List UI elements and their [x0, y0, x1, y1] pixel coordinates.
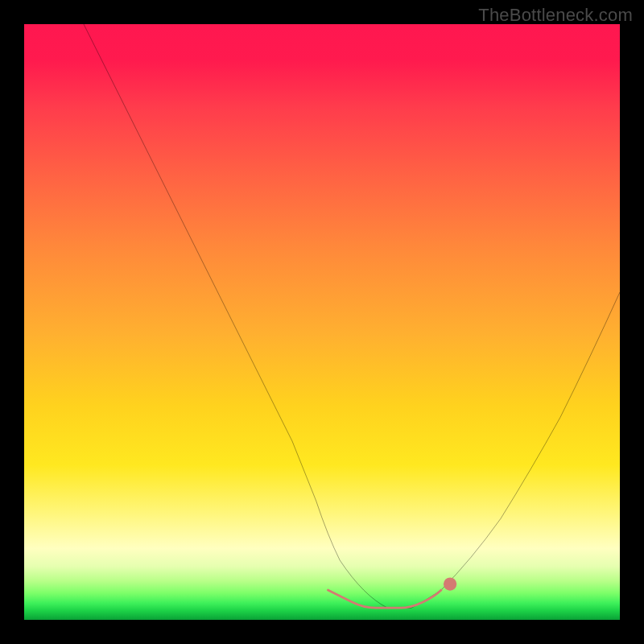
marker-dot [444, 577, 456, 590]
bottleneck-curve [84, 24, 620, 608]
optimal-range-marker [328, 590, 441, 608]
plot-area [24, 24, 620, 620]
chart-frame: TheBottleneck.com [0, 0, 644, 644]
watermark-label: TheBottleneck.com [478, 5, 633, 26]
curve-layer [24, 24, 620, 620]
